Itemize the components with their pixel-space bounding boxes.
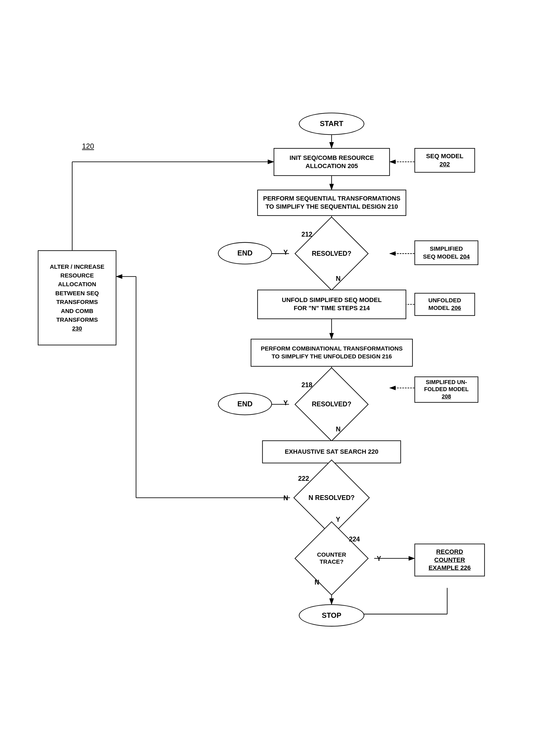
ref-218: 218 <box>301 381 313 389</box>
y-resolved-3: Y <box>336 516 341 523</box>
resolved-1-diamond: RESOLVED? <box>289 234 374 273</box>
perform-comb-rect: PERFORM COMBINATIONAL TRANSFORMATIONS TO… <box>250 339 413 366</box>
ref-224: 224 <box>349 535 360 543</box>
start-label: START <box>320 119 343 128</box>
counter-trace-label: COUNTER TRACE? <box>317 551 346 565</box>
stop-label: STOP <box>322 611 341 620</box>
resolved-3-label: N RESOLVED? <box>309 494 355 501</box>
y-counter: Y <box>377 555 381 563</box>
simplified-un-rect: SIMPLIFED UN-FOLDED MODEL 208 <box>415 376 478 403</box>
end-2-oval: END <box>218 393 272 415</box>
ref-212: 212 <box>301 230 313 238</box>
simplified-seq-rect: SIMPLIFIEDSEQ MODEL 204 <box>415 240 478 265</box>
counter-trace-diamond: COUNTER TRACE? <box>289 539 374 578</box>
record-counter-rect: RECORD COUNTER EXAMPLE 226 <box>415 543 485 576</box>
unfold-rect: UNFOLD SIMPLIFED SEQ MODEL FOR "N" TIME … <box>257 290 406 319</box>
n-resolved-1: N <box>336 275 341 282</box>
init-seq-label: INIT SEQ/COMB RESOURCE ALLOCATION 205 <box>279 154 384 170</box>
resolved-2-label: RESOLVED? <box>312 400 351 408</box>
seq-model-label: SEQ MODEL202 <box>426 152 464 168</box>
alter-increase-label: ALTER / INCREASERESOURCEALLOCATIONBETWEE… <box>50 262 105 333</box>
flowchart-container: START INIT SEQ/COMB RESOURCE ALLOCATION … <box>21 99 534 756</box>
resolved-1-label: RESOLVED? <box>312 250 351 257</box>
init-seq-rect: INIT SEQ/COMB RESOURCE ALLOCATION 205 <box>274 148 390 176</box>
perform-seq-label: PERFORM SEQUENTIAL TRANSFORMATIONS TO SI… <box>263 195 400 211</box>
end-1-oval: END <box>218 242 272 264</box>
start-oval: START <box>299 113 364 135</box>
n-resolved-2: N <box>336 425 341 433</box>
record-counter-label: RECORD COUNTER EXAMPLE 226 <box>420 548 479 572</box>
end-1-label: END <box>237 249 252 257</box>
end-2-label: END <box>237 400 252 408</box>
y-resolved-2: Y <box>284 399 288 407</box>
stop-oval: STOP <box>299 604 364 626</box>
resolved-2-diamond: RESOLVED? <box>289 385 374 424</box>
y-resolved-1: Y <box>284 248 288 256</box>
n-counter: N <box>315 579 319 586</box>
unfold-label: UNFOLD SIMPLIFED SEQ MODEL FOR "N" TIME … <box>282 296 382 312</box>
simplified-un-label: SIMPLIFED UN-FOLDED MODEL 208 <box>420 379 472 400</box>
alter-increase-rect: ALTER / INCREASERESOURCEALLOCATIONBETWEE… <box>38 250 116 345</box>
n-resolved-3: N <box>284 494 288 502</box>
perform-comb-label: PERFORM COMBINATIONAL TRANSFORMATIONS TO… <box>261 345 402 360</box>
seq-model-rect: SEQ MODEL202 <box>415 148 475 173</box>
ref-222: 222 <box>298 474 309 482</box>
unfolded-model-label: UNFOLDEDMODEL 206 <box>428 297 461 312</box>
resolved-3-diamond: N RESOLVED? <box>289 478 374 517</box>
perform-seq-rect: PERFORM SEQUENTIAL TRANSFORMATIONS TO SI… <box>257 189 406 216</box>
ref-120: 120 <box>82 142 94 150</box>
simplified-seq-label: SIMPLIFIEDSEQ MODEL 204 <box>423 245 470 260</box>
exhaustive-label: EXHAUSTIVE SAT SEARCH 220 <box>285 448 378 456</box>
unfolded-model-rect: UNFOLDEDMODEL 206 <box>415 293 475 315</box>
